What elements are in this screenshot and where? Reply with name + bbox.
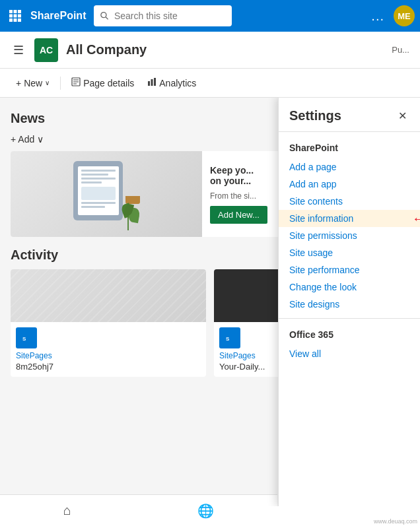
svg-rect-17 — [154, 78, 156, 86]
svg-text:S: S — [22, 336, 26, 342]
card-info-1: S SitePages 8m25ohj7 — [11, 322, 206, 377]
search-input[interactable] — [114, 11, 225, 21]
settings-panel: Settings ✕ SharePoint Add a page Add an … — [278, 98, 420, 506]
settings-link-add-page[interactable]: Add a page — [279, 158, 420, 176]
avatar[interactable]: ME — [394, 5, 415, 26]
svg-text:S: S — [226, 336, 230, 342]
site-icon: AC — [34, 38, 58, 62]
svg-rect-5 — [18, 15, 21, 18]
toolbar: + New ∨ Page details Analytics — [0, 69, 420, 98]
settings-link-site-information[interactable]: Site information — [279, 210, 420, 227]
settings-link-site-permissions[interactable]: Site permissions — [279, 227, 420, 244]
globe-icon[interactable]: 🌐 — [197, 503, 214, 519]
hamburger-icon[interactable]: ☰ — [11, 40, 26, 60]
main-content: News + Add ∨ — [0, 98, 420, 506]
search-bar[interactable] — [94, 5, 232, 26]
new-button[interactable]: + New ∨ — [11, 74, 55, 92]
settings-title: Settings — [289, 108, 341, 123]
page-details-button[interactable]: Page details — [66, 73, 139, 92]
activity-card-1: S SitePages 8m25ohj7 — [11, 269, 206, 377]
site-header: ☰ AC All Company Pu... — [0, 32, 420, 69]
svg-rect-3 — [9, 15, 13, 18]
settings-header: Settings ✕ — [279, 98, 420, 132]
watermark: www.deuaq.com — [374, 518, 417, 525]
add-news-button[interactable]: Add New... — [210, 206, 267, 224]
settings-link-add-app[interactable]: Add an app — [279, 176, 420, 193]
sharepoint-logo: SharePoint — [30, 10, 86, 22]
svg-rect-4 — [14, 15, 17, 18]
settings-divider — [279, 318, 420, 319]
home-icon[interactable]: ⌂ — [63, 503, 71, 518]
search-icon — [100, 11, 108, 20]
svg-rect-8 — [18, 18, 21, 22]
chevron-down-icon: ∨ — [45, 79, 50, 86]
svg-rect-1 — [14, 10, 17, 13]
settings-link-site-contents[interactable]: Site contents — [279, 193, 420, 210]
svg-rect-2 — [18, 10, 21, 13]
card-icon-2: S — [219, 327, 240, 348]
settings-link-site-performance[interactable]: Site performance — [279, 261, 420, 279]
add-chevron-icon: ∨ — [37, 134, 44, 145]
pub-label: Pu... — [392, 45, 409, 55]
more-options-button[interactable]: ... — [367, 6, 388, 26]
plus-icon: + — [16, 78, 21, 88]
settings-office365-label: Office 365 — [289, 329, 409, 345]
card-bg-pattern-1 — [11, 269, 206, 322]
settings-close-button[interactable]: ✕ — [396, 108, 409, 123]
bottom-bar: ⌂ 🌐 — [0, 494, 277, 526]
toolbar-divider — [60, 77, 61, 90]
analytics-icon — [147, 77, 157, 88]
settings-link-site-designs[interactable]: Site designs — [279, 296, 420, 313]
settings-sharepoint-label: SharePoint — [279, 140, 420, 158]
waffle-icon[interactable] — [5, 6, 25, 26]
site-title: All Company — [66, 42, 384, 57]
svg-rect-0 — [9, 10, 13, 13]
news-image — [11, 151, 202, 237]
page-details-icon — [71, 77, 81, 88]
svg-line-10 — [106, 17, 108, 20]
card-thumb-1 — [11, 269, 206, 322]
svg-rect-7 — [14, 18, 17, 22]
card-icon-1: S — [16, 327, 37, 348]
settings-link-site-usage[interactable]: Site usage — [279, 244, 420, 261]
svg-rect-6 — [9, 18, 13, 22]
settings-link-site-info-wrapper: Site information ← — [279, 210, 420, 227]
analytics-button[interactable]: Analytics — [142, 73, 201, 92]
settings-body: SharePoint Add a page Add an app Site co… — [279, 132, 420, 506]
settings-link-change-look[interactable]: Change the look — [279, 279, 420, 296]
card-type-1[interactable]: SitePages — [16, 351, 201, 360]
card-name-1: 8m25ohj7 — [16, 362, 201, 372]
red-arrow-icon: ← — [412, 211, 420, 226]
svg-rect-16 — [151, 79, 153, 86]
settings-view-all-link[interactable]: View all — [289, 345, 409, 362]
svg-point-9 — [101, 13, 106, 18]
svg-rect-15 — [148, 81, 150, 86]
topbar: SharePoint ... ME — [0, 0, 420, 32]
settings-office-section: Office 365 View all — [279, 324, 420, 365]
